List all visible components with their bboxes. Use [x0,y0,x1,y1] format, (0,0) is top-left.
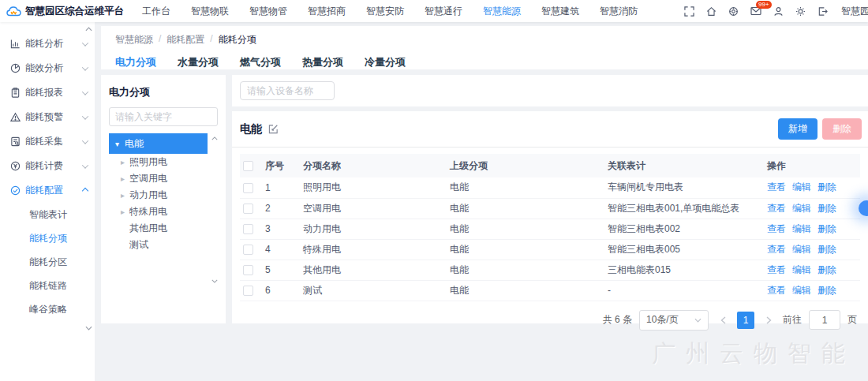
settings-gear-icon[interactable] [728,6,739,17]
next-page-button[interactable] [761,312,776,329]
tenant-name[interactable]: 智慧园区 [841,5,868,18]
tab-electricity[interactable]: 电力分项 [115,55,156,69]
nav-item-iot[interactable]: 智慧物联 [181,0,239,22]
row-checkbox[interactable] [243,183,253,193]
chevron-down-icon [694,318,702,323]
view-link[interactable]: 查看 [767,203,786,214]
tree-scroll-up-icon[interactable] [211,136,218,140]
caret-collapsed-icon[interactable]: ▸ [121,174,125,183]
tab-water[interactable]: 水量分项 [178,55,219,69]
breadcrumb-item[interactable]: 智慧能源 [115,33,153,47]
row-checkbox[interactable] [243,224,253,234]
mail-icon[interactable]: 99+ [750,6,761,16]
caret-collapsed-icon[interactable]: ▸ [121,191,125,200]
tab-cooling[interactable]: 冷量分项 [365,55,406,69]
sidebar-subitem-smart-meter[interactable]: 智能表计 [0,203,95,226]
nav-item-leasing[interactable]: 智慧招商 [297,0,356,22]
nav-item-access[interactable]: 智慧通行 [414,0,473,22]
billing-coin-icon [10,161,21,171]
edit-link[interactable]: 编辑 [792,223,811,234]
tree-node-power[interactable]: ▸ 动力用电 [109,187,208,204]
tree-node-test[interactable]: 测试 [109,237,208,253]
tree-node-other[interactable]: 其他用电 [109,220,208,237]
pie-chart-icon [10,63,21,73]
delete-link[interactable]: 删除 [817,285,836,296]
tree-scroll-down-icon[interactable] [211,279,218,283]
main-panel: 电能 新增 删除 序号 分项名称 上级分项 关联表计 操作 1 [232,75,868,323]
view-link[interactable]: 查看 [767,244,786,255]
app-title: 智慧园区综合运维平台 [25,5,124,18]
sidebar-scroll-up-icon[interactable] [85,27,92,32]
current-page-button[interactable]: 1 [737,312,754,329]
add-button[interactable]: 新增 [778,118,817,140]
tree-node-special[interactable]: ▸ 特殊用电 [109,204,208,220]
caret-expanded-icon[interactable]: ▾ [115,140,119,148]
row-checkbox[interactable] [243,245,253,255]
sidebar-item-energy-report[interactable]: 能耗报表 [0,80,95,105]
view-link[interactable]: 查看 [767,181,786,192]
sidebar-item-energy-config[interactable]: 能耗配置 [0,178,95,203]
breadcrumb-item[interactable]: 能耗配置 [166,33,204,47]
sidebar-item-energy-alert[interactable]: 能耗预警 [0,105,95,129]
delete-link[interactable]: 删除 [817,264,836,275]
delete-link[interactable]: 删除 [817,181,836,192]
sidebar-item-energy-billing[interactable]: 能耗计费 [0,154,95,178]
tree-node-hvac[interactable]: ▸ 空调用电 [109,170,208,187]
select-all-checkbox[interactable] [243,161,253,171]
sidebar-item-efficiency-analysis[interactable]: 能效分析 [0,56,95,80]
sidebar-item-energy-collection[interactable]: 能耗采集 [0,129,95,154]
sidebar-subitem-peak-valley[interactable]: 峰谷策略 [0,297,95,321]
page-size-select[interactable]: 10条/页 [639,310,709,331]
sidebar-subitem-energy-link[interactable]: 能耗链路 [0,274,95,297]
tree-node-lighting[interactable]: ▸ 照明用电 [109,154,208,170]
fullscreen-icon[interactable] [684,6,694,17]
sidebar-item-energy-analysis[interactable]: 能耗分析 [0,32,95,56]
device-search-section [232,75,868,106]
delete-link[interactable]: 删除 [817,223,836,234]
subitem-tree-panel: 电力分项 ▾ 电能 ▸ 照明用电 ▸ 空调用电 ▸ 动力用电 ▸ 特殊用电 其他… [101,75,226,323]
caret-collapsed-icon[interactable]: ▸ [121,158,125,166]
nav-item-security[interactable]: 智慧安防 [356,0,414,22]
view-link[interactable]: 查看 [767,285,786,296]
caret-collapsed-icon[interactable]: ▸ [121,207,125,216]
home-icon[interactable] [706,6,716,17]
col-header-name: 分项名称 [300,154,447,177]
nav-item-fire[interactable]: 智慧消防 [589,0,648,22]
nav-item-workbench[interactable]: 工作台 [132,0,181,22]
delete-link[interactable]: 删除 [817,244,836,255]
row-checkbox[interactable] [243,265,253,275]
row-checkbox[interactable] [243,286,253,296]
subitem-table: 序号 分项名称 上级分项 关联表计 操作 1 照明用电 电能 车辆闸机专用电表 … [240,154,860,301]
view-link[interactable]: 查看 [767,223,786,234]
keyword-search-input[interactable] [109,107,218,126]
table-row: 5 其他用电 电能 三相电能表015 查看编辑删除 [240,260,860,280]
theme-sun-icon[interactable] [795,6,806,17]
row-checkbox[interactable] [243,204,253,214]
delete-button[interactable]: 删除 [822,118,862,140]
brand[interactable]: 智慧园区综合运维平台 [6,5,124,18]
nav-item-property[interactable]: 智慧物管 [239,0,297,22]
vendor-watermark: 广州云物智能 [652,338,855,370]
tree-node-root[interactable]: ▾ 电能 [109,133,208,154]
col-header-no: 序号 [262,154,300,177]
sidebar-scroll-down-icon[interactable] [85,326,92,331]
device-search-input[interactable] [240,81,335,100]
edit-link[interactable]: 编辑 [792,244,811,255]
edit-link[interactable]: 编辑 [792,181,811,192]
user-icon[interactable] [773,6,784,17]
tab-gas[interactable]: 燃气分项 [240,55,281,69]
tab-heat[interactable]: 热量分项 [302,55,343,69]
edit-link[interactable]: 编辑 [792,264,811,275]
logout-icon[interactable] [817,6,828,17]
goto-page-input[interactable] [809,310,840,330]
prev-page-button[interactable] [716,312,730,329]
sidebar-subitem-energy-subitem[interactable]: 能耗分项 [0,226,95,250]
delete-link[interactable]: 删除 [817,203,836,214]
edit-icon[interactable] [268,124,279,134]
edit-link[interactable]: 编辑 [792,203,811,214]
edit-link[interactable]: 编辑 [792,285,811,296]
nav-item-building[interactable]: 智慧建筑 [531,0,589,22]
view-link[interactable]: 查看 [767,264,786,275]
nav-item-energy[interactable]: 智慧能源 [473,0,531,22]
sidebar-subitem-energy-zone[interactable]: 能耗分区 [0,250,95,274]
